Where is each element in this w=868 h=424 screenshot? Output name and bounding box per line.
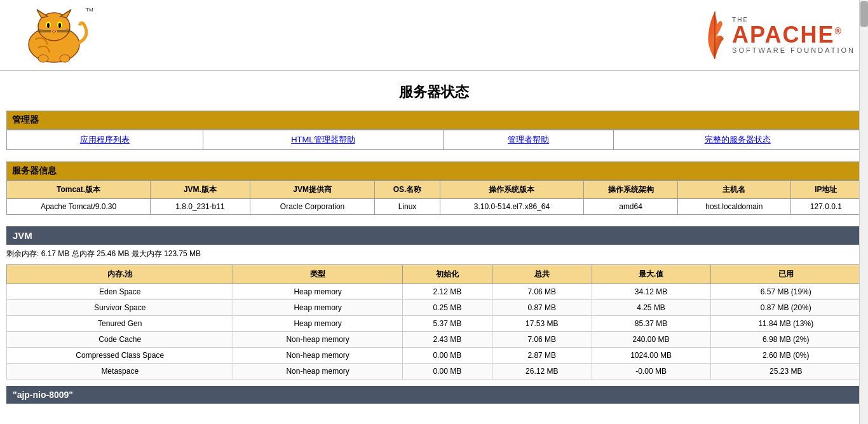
- pool-cell: 2.12 MB: [402, 284, 492, 300]
- tomcat-logo: TM: [13, 6, 95, 64]
- pool-cell: Non-heap memory: [233, 332, 402, 348]
- pool-cell: 0.87 MB (20%): [710, 300, 861, 316]
- val-hostname: host.localdomain: [677, 199, 790, 215]
- col-pool-type: 类型: [233, 265, 402, 284]
- server-info-header: 服务器信息: [6, 161, 862, 181]
- server-info-header-row: Tomcat.版本 JVM.版本 JVM提供商 OS.名称 操作系统版本 操作系…: [7, 181, 862, 199]
- col-ip-address: IP地址: [790, 181, 861, 199]
- tomcat-cat-icon: TM: [13, 6, 95, 64]
- svg-point-7: [58, 23, 61, 28]
- val-os-name: Linux: [375, 199, 440, 215]
- pool-cell: Compressed Class Space: [7, 348, 233, 364]
- col-tomcat-version: Tomcat.版本: [7, 181, 151, 199]
- pool-cell: 11.84 MB (13%): [710, 316, 861, 332]
- jvm-section-header: JVM: [6, 226, 862, 245]
- pool-cell: 0.00 MB: [402, 348, 492, 364]
- pool-cell: 1024.00 MB: [592, 348, 710, 364]
- pool-cell: Heap memory: [233, 300, 402, 316]
- apache-sub-label: SOFTWARE FOUNDATION: [732, 46, 855, 54]
- pool-cell: 7.06 MB: [492, 284, 592, 300]
- svg-point-6: [47, 23, 50, 28]
- svg-marker-3: [60, 10, 71, 18]
- pool-cell: 25.23 MB: [710, 364, 861, 380]
- pool-cell: Code Cache: [7, 332, 233, 348]
- manager-link-admin-help[interactable]: 管理者帮助: [444, 130, 614, 150]
- pool-cell: Heap memory: [233, 284, 402, 300]
- pool-cell: 0.00 MB: [402, 364, 492, 380]
- pool-cell: -0.00 MB: [592, 364, 710, 380]
- pool-cell: 2.87 MB: [492, 348, 592, 364]
- pool-cell: Metaspace: [7, 364, 233, 380]
- pool-cell: Survivor Space: [7, 300, 233, 316]
- col-pool-used: 已用: [710, 265, 861, 284]
- pool-cell: 2.43 MB: [402, 332, 492, 348]
- col-os-arch: 操作系统架构: [584, 181, 678, 199]
- val-ip-address: 127.0.0.1: [790, 199, 861, 215]
- svg-text:TM: TM: [86, 7, 93, 13]
- manager-link-full-status[interactable]: 完整的服务器状态: [614, 130, 862, 150]
- val-tomcat-version: Apache Tomcat/9.0.30: [7, 199, 151, 215]
- manager-section: 管理器 应用程序列表 HTML管理器帮助 管理者帮助 完整的服务器状态: [6, 111, 862, 150]
- memory-pool-table: 内存.池 类型 初始化 总共 最大.值 已用 Eden SpaceHeap me…: [6, 264, 862, 380]
- pool-data-row: MetaspaceNon-heap memory0.00 MB26.12 MB-…: [7, 364, 862, 380]
- pool-cell: 6.57 MB (19%): [710, 284, 861, 300]
- col-pool-max: 最大.值: [592, 265, 710, 284]
- val-os-version: 3.10.0-514.el7.x86_64: [440, 199, 583, 215]
- page-header: TM THE APACHE® SOFTWARE FOUNDATION: [0, 0, 868, 71]
- svg-point-13: [38, 55, 48, 62]
- pool-cell: 5.37 MB: [402, 316, 492, 332]
- col-pool-init: 初始化: [402, 265, 492, 284]
- col-hostname: 主机名: [677, 181, 790, 199]
- manager-link-apps[interactable]: 应用程序列表: [7, 130, 203, 150]
- manager-link-html-help[interactable]: HTML管理器帮助: [203, 130, 443, 150]
- col-pool-total: 总共: [492, 265, 592, 284]
- val-jvm-version: 1.8.0_231-b11: [151, 199, 250, 215]
- manager-links-row: 应用程序列表 HTML管理器帮助 管理者帮助 完整的服务器状态: [7, 130, 862, 150]
- pool-cell: 0.87 MB: [492, 300, 592, 316]
- pool-header-row: 内存.池 类型 初始化 总共 最大.值 已用: [7, 265, 862, 284]
- col-jvm-vendor: JVM提供商: [250, 181, 375, 199]
- pool-cell: 4.25 MB: [592, 300, 710, 316]
- val-jvm-vendor: Oracle Corporation: [250, 199, 375, 215]
- pool-data-row: Eden SpaceHeap memory2.12 MB7.06 MB34.12…: [7, 284, 862, 300]
- server-info-section: 服务器信息 Tomcat.版本 JVM.版本 JVM提供商 OS.名称 操作系统…: [6, 161, 862, 215]
- pool-cell: Eden Space: [7, 284, 233, 300]
- pool-cell: 7.06 MB: [492, 332, 592, 348]
- pool-cell: 240.00 MB: [592, 332, 710, 348]
- manager-section-header: 管理器: [6, 111, 862, 130]
- page-title: 服务器状态: [0, 71, 868, 111]
- pool-cell: 26.12 MB: [492, 364, 592, 380]
- pool-cell: Non-heap memory: [233, 348, 402, 364]
- scrollbar-thumb[interactable]: [860, 1, 868, 27]
- pool-cell: 85.37 MB: [592, 316, 710, 332]
- apache-name-label: APACHE®: [732, 24, 843, 46]
- pool-cell: 0.25 MB: [402, 300, 492, 316]
- scrollbar[interactable]: [859, 0, 868, 404]
- pool-data-row: Compressed Class SpaceNon-heap memory0.0…: [7, 348, 862, 364]
- apache-text: THE APACHE® SOFTWARE FOUNDATION: [732, 17, 855, 54]
- pool-cell: Heap memory: [233, 316, 402, 332]
- col-os-version: 操作系统版本: [440, 181, 583, 199]
- pool-data-row: Survivor SpaceHeap memory0.25 MB0.87 MB4…: [7, 300, 862, 316]
- apache-logo: THE APACHE® SOFTWARE FOUNDATION: [703, 8, 855, 62]
- svg-marker-2: [37, 10, 48, 18]
- ajp-footer: "ajp-nio-8009": [6, 386, 862, 404]
- pool-cell: Tenured Gen: [7, 316, 233, 332]
- manager-links-table: 应用程序列表 HTML管理器帮助 管理者帮助 完整的服务器状态: [6, 130, 862, 150]
- pool-data-row: Code CacheNon-heap memory2.43 MB7.06 MB2…: [7, 332, 862, 348]
- pool-cell: 6.98 MB (2%): [710, 332, 861, 348]
- col-os-name: OS.名称: [375, 181, 440, 199]
- server-info-data-row: Apache Tomcat/9.0.30 1.8.0_231-b11 Oracl…: [7, 199, 862, 215]
- pool-cell: 17.53 MB: [492, 316, 592, 332]
- col-pool-name: 内存.池: [7, 265, 233, 284]
- svg-point-14: [60, 55, 70, 62]
- pool-cell: 2.60 MB (0%): [710, 348, 861, 364]
- server-info-table: Tomcat.版本 JVM.版本 JVM提供商 OS.名称 操作系统版本 操作系…: [6, 181, 862, 215]
- col-jvm-version: JVM.版本: [151, 181, 250, 199]
- apache-feather-icon: [703, 8, 726, 62]
- pool-cell: Non-heap memory: [233, 364, 402, 380]
- pool-data-row: Tenured GenHeap memory5.37 MB17.53 MB85.…: [7, 316, 862, 332]
- pool-cell: 34.12 MB: [592, 284, 710, 300]
- val-os-arch: amd64: [584, 199, 678, 215]
- jvm-memory-text: 剩余内存: 6.17 MB 总内存 25.46 MB 最大内存 123.75 M…: [6, 249, 862, 259]
